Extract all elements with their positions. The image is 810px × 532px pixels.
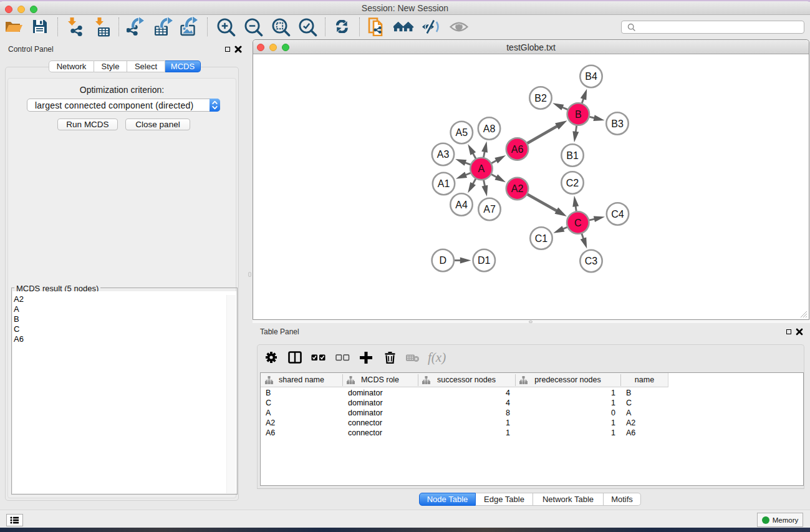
- svg-text:B2: B2: [534, 93, 547, 104]
- svg-text:C4: C4: [611, 209, 624, 220]
- svg-text:A7: A7: [483, 204, 496, 215]
- svg-text:C1: C1: [535, 233, 548, 244]
- svg-text:B3: B3: [611, 118, 624, 129]
- svg-text:B: B: [575, 109, 582, 120]
- svg-text:C3: C3: [585, 256, 598, 266]
- svg-text:A: A: [478, 163, 485, 174]
- svg-text:C2: C2: [566, 178, 579, 188]
- svg-text:A2: A2: [511, 183, 524, 194]
- svg-text:D1: D1: [478, 255, 491, 266]
- svg-text:A6: A6: [511, 144, 524, 155]
- svg-text:A5: A5: [456, 127, 468, 138]
- svg-text:A8: A8: [483, 123, 496, 134]
- svg-text:A3: A3: [437, 149, 450, 160]
- svg-text:A4: A4: [455, 200, 468, 210]
- svg-text:C: C: [574, 218, 582, 228]
- svg-text:A1: A1: [438, 178, 450, 189]
- svg-text:B4: B4: [585, 71, 597, 82]
- svg-text:D: D: [440, 255, 447, 266]
- svg-text:B1: B1: [566, 150, 579, 161]
